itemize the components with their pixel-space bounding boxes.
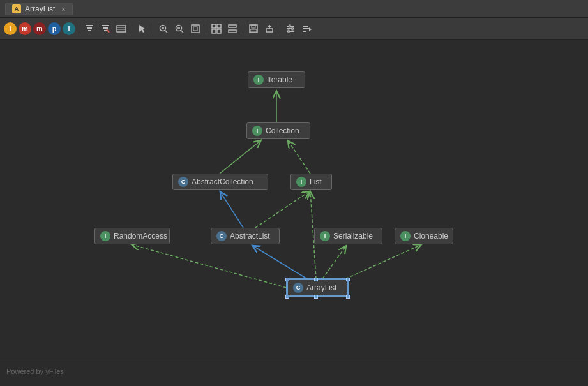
svg-marker-31 bbox=[268, 25, 271, 27]
node-collection-icon: I bbox=[252, 126, 262, 136]
graph-canvas[interactable]: I Iterable I Collection C AbstractCollec… bbox=[0, 40, 588, 362]
svg-rect-37 bbox=[288, 30, 289, 33]
toolbar-layout2-button[interactable] bbox=[225, 22, 239, 36]
node-abstract-collection-label: AbstractCollection bbox=[192, 177, 253, 186]
toolbar-separator-3 bbox=[153, 23, 153, 34]
node-iterable-icon: I bbox=[253, 75, 264, 85]
node-random-access-icon: I bbox=[100, 231, 110, 241]
handle-tl bbox=[285, 278, 289, 281]
node-arraylist-label: ArrayList bbox=[306, 283, 336, 292]
node-abstract-collection[interactable]: C AbstractCollection bbox=[172, 174, 268, 190]
svg-line-14 bbox=[165, 30, 168, 33]
toolbar-separator-5 bbox=[243, 23, 243, 34]
node-cloneable-label: Cloneable bbox=[414, 232, 448, 241]
toolbar-separator-1 bbox=[79, 23, 79, 34]
svg-rect-7 bbox=[117, 26, 126, 32]
svg-rect-21 bbox=[217, 24, 221, 28]
svg-rect-39 bbox=[303, 28, 309, 29]
toolbar-export-button[interactable] bbox=[262, 22, 276, 36]
svg-rect-35 bbox=[289, 25, 290, 27]
toolbar-filter3-button[interactable] bbox=[114, 22, 128, 36]
svg-rect-0 bbox=[86, 25, 93, 26]
svg-line-46 bbox=[255, 191, 310, 228]
node-abstract-collection-icon: C bbox=[178, 177, 188, 187]
svg-rect-25 bbox=[229, 30, 236, 33]
handle-tr bbox=[346, 278, 350, 281]
toolbar-zoomin-button[interactable] bbox=[156, 22, 170, 36]
toolbar-zoomout-button[interactable] bbox=[172, 22, 186, 36]
node-serializable-icon: I bbox=[320, 231, 330, 241]
toolbar-mode1-button[interactable]: m bbox=[19, 22, 31, 35]
svg-rect-40 bbox=[303, 31, 306, 32]
svg-rect-3 bbox=[102, 25, 109, 26]
svg-line-45 bbox=[220, 191, 243, 228]
tab-close-button[interactable]: × bbox=[61, 5, 65, 13]
node-random-access-label: RandomAccess bbox=[114, 232, 167, 241]
svg-line-43 bbox=[220, 140, 262, 174]
svg-rect-19 bbox=[193, 27, 197, 31]
svg-rect-2 bbox=[88, 30, 91, 31]
toolbar: i m m p i bbox=[0, 18, 588, 40]
svg-rect-23 bbox=[217, 29, 221, 33]
node-cloneable[interactable]: I Cloneable bbox=[395, 228, 453, 244]
node-collection[interactable]: I Collection bbox=[246, 122, 310, 139]
handle-br bbox=[346, 295, 350, 299]
svg-rect-22 bbox=[212, 29, 216, 33]
node-arraylist[interactable]: C ArrayList bbox=[287, 279, 348, 297]
svg-marker-41 bbox=[309, 27, 312, 31]
svg-line-6 bbox=[107, 29, 109, 33]
svg-rect-36 bbox=[292, 27, 293, 30]
title-bar: A ArrayList × bbox=[0, 0, 588, 18]
toolbar-filter2-button[interactable] bbox=[98, 22, 112, 36]
node-iterable-label: Iterable bbox=[267, 75, 292, 84]
toolbar-zoomfit-button[interactable] bbox=[188, 22, 202, 36]
toolbar-settings-button[interactable] bbox=[283, 22, 298, 36]
node-abstract-list-icon: C bbox=[216, 231, 227, 241]
node-random-access[interactable]: I RandomAccess bbox=[94, 228, 170, 244]
toolbar-props-button[interactable]: p bbox=[48, 22, 61, 35]
svg-rect-24 bbox=[229, 25, 236, 27]
svg-rect-18 bbox=[192, 25, 199, 33]
svg-marker-10 bbox=[139, 25, 146, 33]
toolbar-filter1-button[interactable] bbox=[82, 22, 96, 36]
handle-tc bbox=[314, 278, 318, 281]
toolbar-separator-4 bbox=[206, 23, 206, 34]
node-arraylist-icon: C bbox=[293, 283, 303, 293]
node-iterable[interactable]: I Iterable bbox=[248, 71, 305, 88]
svg-rect-26 bbox=[250, 25, 257, 33]
toolbar-layout1-button[interactable] bbox=[209, 22, 223, 36]
node-serializable[interactable]: I Serializable bbox=[314, 228, 382, 244]
svg-rect-28 bbox=[250, 29, 257, 32]
handle-bl bbox=[285, 295, 289, 299]
toolbar-cursor-button[interactable] bbox=[135, 22, 149, 36]
node-collection-label: Collection bbox=[266, 126, 299, 135]
svg-rect-4 bbox=[103, 27, 108, 29]
tab-arraylist[interactable]: A ArrayList × bbox=[5, 3, 73, 15]
handle-bc bbox=[314, 295, 318, 299]
tab-icon: A bbox=[12, 4, 21, 13]
node-abstract-list-label: AbstractList bbox=[230, 232, 270, 241]
node-cloneable-icon: I bbox=[400, 231, 411, 241]
toolbar-info2-button[interactable]: i bbox=[63, 22, 75, 35]
toolbar-mode2-button[interactable]: m bbox=[33, 22, 46, 35]
svg-rect-38 bbox=[303, 26, 308, 27]
svg-rect-1 bbox=[87, 27, 92, 29]
node-list[interactable]: I List bbox=[290, 174, 332, 190]
svg-line-44 bbox=[287, 140, 310, 174]
node-serializable-label: Serializable bbox=[333, 232, 373, 241]
node-list-icon: I bbox=[296, 177, 306, 187]
footer-powered-by: Powered by yFiles bbox=[6, 367, 64, 375]
toolbar-save-button[interactable] bbox=[246, 22, 260, 36]
toolbar-info-button[interactable]: i bbox=[4, 22, 17, 35]
toolbar-help-button[interactable] bbox=[299, 22, 313, 36]
toolbar-separator-2 bbox=[132, 23, 132, 34]
footer: Powered by yFiles bbox=[0, 362, 588, 380]
tab-label: ArrayList bbox=[25, 4, 55, 13]
svg-line-17 bbox=[181, 30, 184, 33]
svg-line-47 bbox=[252, 245, 307, 279]
svg-rect-5 bbox=[104, 30, 107, 31]
node-list-label: List bbox=[310, 177, 322, 186]
node-abstract-list[interactable]: C AbstractList bbox=[211, 228, 280, 244]
svg-line-48 bbox=[322, 245, 347, 279]
toolbar-separator-6 bbox=[280, 23, 280, 34]
